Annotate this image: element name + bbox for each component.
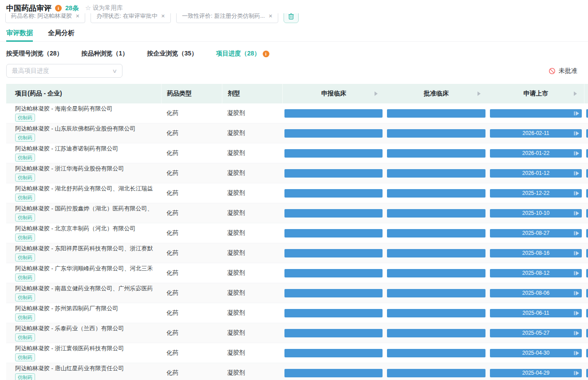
apply-clinical-bar[interactable] — [284, 369, 383, 377]
tab-review-data[interactable]: 审评数据 — [6, 29, 33, 41]
approve-clinical-bar[interactable] — [387, 169, 485, 178]
filter-chip-status[interactable]: 办理状态: 在审评审批中 ✕ — [91, 13, 170, 23]
filter-chip-consistency[interactable]: 一致性评价: 新注册分类仿制药... ✕ — [176, 13, 278, 23]
next-phase-bar[interactable] — [586, 169, 588, 178]
apply-clinical-bar[interactable] — [284, 109, 383, 118]
apply-market-bar[interactable]: 2025-08-12 — [490, 269, 582, 277]
phase-forward-icon[interactable] — [574, 91, 577, 96]
table-row[interactable]: 阿达帕林凝胶 - 东阳祥昇医药科技有限公司、浙江赛默 仿制药 化药 凝胶剂 20… — [6, 243, 588, 263]
table-row[interactable]: 阿达帕林凝胶 - 海南全星制药有限公司 仿制药 化药 凝胶剂 — [6, 103, 588, 123]
next-phase-bar[interactable] — [586, 289, 588, 297]
apply-clinical-bar[interactable] — [284, 349, 383, 357]
dosage-form-cell: 凝胶剂 — [222, 229, 282, 237]
next-phase-bar[interactable] — [586, 189, 588, 198]
apply-clinical-bar[interactable] — [284, 229, 383, 238]
next-phase-bar[interactable] — [586, 149, 588, 158]
close-icon[interactable]: ✕ — [161, 13, 165, 19]
next-phase-bar[interactable] — [586, 209, 588, 218]
col-dosage-form: 剂型 — [222, 84, 282, 103]
apply-market-bar[interactable]: 2025-05-27 — [490, 329, 582, 337]
apply-market-bar[interactable]: 2025-10-10 — [490, 209, 582, 218]
next-phase-bar[interactable] — [586, 229, 588, 238]
apply-clinical-cell — [282, 109, 385, 118]
apply-market-bar[interactable]: 2025-06-11 — [490, 309, 582, 317]
apply-clinical-bar[interactable] — [284, 269, 383, 277]
next-phase-bar[interactable] — [586, 109, 588, 118]
approve-clinical-bar[interactable] — [387, 189, 485, 198]
apply-clinical-bar[interactable] — [284, 149, 383, 158]
apply-market-bar[interactable]: 2025-12-22 — [490, 189, 582, 198]
table-row[interactable]: 阿达帕林凝胶 - 江苏迪赛诺制药有限公司 仿制药 化药 凝胶剂 2026-01-… — [6, 143, 588, 163]
apply-clinical-bar[interactable] — [284, 309, 383, 317]
apply-clinical-bar[interactable] — [284, 129, 383, 138]
phase-forward-icon[interactable] — [478, 91, 481, 96]
table-row[interactable]: 阿达帕林凝胶 - 乐泰药业（兰西）有限公司 仿制药 化药 凝胶剂 2025-05… — [6, 323, 588, 343]
approve-clinical-bar[interactable] — [387, 329, 485, 337]
apply-clinical-bar[interactable] — [284, 189, 383, 198]
next-phase-bar[interactable] — [586, 269, 588, 277]
table-row[interactable]: 阿达帕林凝胶 - 苏州第四制药厂有限公司 仿制药 化药 凝胶剂 2025-06-… — [6, 303, 588, 323]
subtab-by-variety[interactable]: 按品种浏览（1） — [82, 50, 129, 58]
subtab-by-acceptance-no[interactable]: 按受理号浏览（28） — [6, 50, 63, 58]
title-info-icon[interactable]: i — [55, 5, 62, 12]
drug-type-cell: 化药 — [161, 229, 222, 237]
next-phase-bar[interactable] — [586, 249, 588, 257]
next-phase-bar[interactable] — [586, 329, 588, 337]
table-row[interactable]: 阿达帕林凝胶 - 国药控股鑫烨（湖北）医药有限公司、 仿制药 化药 凝胶剂 20… — [6, 203, 588, 223]
table-row[interactable]: 阿达帕林凝胶 - 浙江寰领医药科技有限公司 仿制药 化药 凝胶剂 2025-04… — [6, 343, 588, 363]
approve-clinical-bar[interactable] — [387, 229, 485, 238]
apply-clinical-bar[interactable] — [284, 249, 383, 257]
generic-drug-tag: 仿制药 — [15, 373, 35, 380]
next-phase-bar[interactable] — [586, 369, 588, 377]
table-row[interactable]: 阿达帕林凝胶 - 湖北舒邦药业有限公司、湖北长江瑞益 仿制药 化药 凝胶剂 20… — [6, 183, 588, 203]
table-row[interactable]: 阿达帕林凝胶 - 山东辰欣佛都药业股份有限公司 仿制药 化药 凝胶剂 2026-… — [6, 123, 588, 143]
table-row[interactable]: 阿达帕林凝胶 - 南昌立健药业有限公司、广州乐宓医药 仿制药 化药 凝胶剂 20… — [6, 283, 588, 303]
apply-market-bar[interactable]: 2025-08-06 — [490, 289, 582, 297]
clear-filters-button[interactable] — [284, 13, 299, 23]
table-row[interactable]: 阿达帕林凝胶 - 广东华润顺峰药业有限公司、河北三禾 仿制药 化药 凝胶剂 20… — [6, 263, 588, 283]
subtab-project-progress[interactable]: 项目进度（28） i — [216, 50, 269, 58]
apply-market-bar[interactable]: 2026-01-12 — [490, 169, 582, 178]
table-row[interactable]: 阿达帕林凝胶 - 北京京丰制药（河北）有限公司 仿制药 化药 凝胶剂 2025-… — [6, 223, 588, 243]
project-cell: 阿达帕林凝胶 - 海南全星制药有限公司 仿制药 — [6, 105, 161, 122]
approve-clinical-bar[interactable] — [387, 349, 485, 357]
max-progress-select[interactable]: 最高项目进度 ∨ — [6, 64, 122, 78]
approve-clinical-bar[interactable] — [387, 109, 485, 118]
next-phase-bar[interactable] — [586, 129, 588, 138]
apply-market-bar[interactable]: 2026-01-22 — [490, 149, 582, 158]
table-row[interactable]: 阿达帕林凝胶 - 唐山红星药业有限责任公司 仿制药 化药 凝胶剂 2025-04… — [6, 363, 588, 380]
apply-clinical-bar[interactable] — [284, 169, 383, 178]
next-phase-bar[interactable] — [586, 309, 588, 317]
apply-market-bar[interactable]: 2026-02-11 — [490, 129, 582, 138]
approve-clinical-bar[interactable] — [387, 269, 485, 277]
phase-forward-icon[interactable] — [375, 91, 378, 96]
approve-clinical-bar[interactable] — [387, 289, 485, 297]
approve-clinical-cell — [385, 169, 488, 178]
close-icon[interactable]: ✕ — [75, 13, 79, 19]
approve-clinical-bar[interactable] — [387, 129, 485, 138]
apply-clinical-bar[interactable] — [284, 289, 383, 297]
apply-market-bar[interactable]: 2025-04-29 — [490, 369, 582, 377]
subtab-by-company[interactable]: 按企业浏览（35） — [147, 50, 197, 58]
approve-clinical-bar[interactable] — [387, 309, 485, 317]
set-favorite-button[interactable]: ☆ 设为常用库 — [85, 4, 123, 12]
approve-clinical-bar[interactable] — [387, 149, 485, 158]
apply-clinical-bar[interactable] — [284, 329, 383, 337]
progress-info-icon[interactable]: i — [263, 51, 269, 57]
apply-market-cell — [488, 109, 584, 118]
apply-market-bar[interactable]: 2025-04-30 — [490, 349, 582, 357]
close-icon[interactable]: ✕ — [268, 13, 272, 19]
next-phase-bar[interactable] — [586, 349, 588, 357]
apply-clinical-bar[interactable] — [284, 209, 383, 218]
step-forward-icon — [574, 291, 580, 296]
legend-label: 未批准 — [559, 67, 577, 75]
approve-clinical-bar[interactable] — [387, 249, 485, 257]
apply-market-bar[interactable] — [490, 109, 582, 118]
filter-chip-drug-name[interactable]: 药品名称: 阿达帕林凝胶 ✕ — [5, 13, 85, 23]
tab-global-analysis[interactable]: 全局分析 — [48, 29, 75, 41]
approve-clinical-bar[interactable] — [387, 369, 485, 377]
table-row[interactable]: 阿达帕林凝胶 - 浙江华海药业股份有限公司 仿制药 化药 凝胶剂 2026-01… — [6, 163, 588, 183]
approve-clinical-bar[interactable] — [387, 209, 485, 218]
apply-market-bar[interactable]: 2025-08-27 — [490, 229, 582, 238]
apply-market-bar[interactable]: 2025-08-16 — [490, 249, 582, 257]
